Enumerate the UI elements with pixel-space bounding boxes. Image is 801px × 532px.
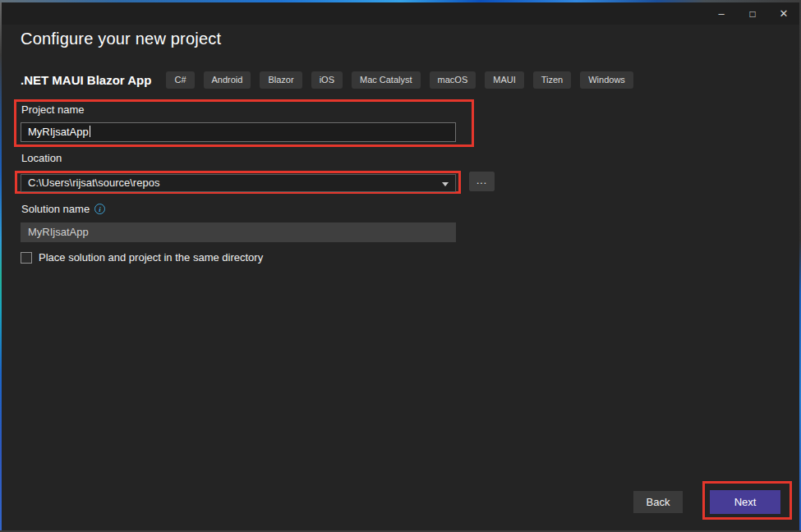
info-icon[interactable]: i <box>94 204 105 214</box>
project-name-input[interactable]: MyRIjsatApp <box>21 122 456 142</box>
same-directory-label: Place solution and project in the same d… <box>39 251 263 264</box>
solution-name-input: MyRIjsatApp <box>21 222 456 242</box>
text-cursor <box>90 126 90 137</box>
platform-tag-windows: Windows <box>580 71 633 89</box>
location-label: Location <box>21 152 62 164</box>
project-name-label: Project name <box>21 103 85 116</box>
configure-project-dialog: – □ ✕ Configure your new project .NET MA… <box>2 2 799 530</box>
solution-name-label: Solution name <box>21 203 90 215</box>
title-bar[interactable]: – □ ✕ <box>2 2 799 25</box>
platform-tag-android: Android <box>204 71 251 89</box>
platform-tag-mac-catalyst: Mac Catalyst <box>352 71 421 89</box>
platform-tag-maui: MAUI <box>485 71 524 89</box>
same-directory-checkbox[interactable] <box>21 252 32 264</box>
close-icon[interactable]: ✕ <box>771 5 796 23</box>
platform-tag-csharp: C# <box>166 71 194 89</box>
solution-name-label-row: Solution name i <box>21 203 105 215</box>
browse-location-button[interactable]: ... <box>469 172 495 191</box>
next-button[interactable]: Next <box>710 490 780 514</box>
project-name-value: MyRIjsatApp <box>28 126 89 138</box>
location-value: C:\Users\rijsat\source\repos <box>28 177 159 189</box>
location-combobox[interactable]: C:\Users\rijsat\source\repos <box>21 174 456 192</box>
back-button[interactable]: Back <box>633 491 683 513</box>
minimize-icon[interactable]: – <box>709 5 734 23</box>
chevron-down-icon[interactable] <box>442 182 449 186</box>
platform-tag-ios: iOS <box>311 71 343 89</box>
platform-tag-macos: macOS <box>430 71 476 89</box>
platform-tag-blazor: Blazor <box>260 71 302 89</box>
maximize-icon[interactable]: □ <box>740 5 765 23</box>
template-name: .NET MAUI Blazor App <box>21 73 151 87</box>
platform-tag-tizen: Tizen <box>533 71 572 89</box>
same-directory-row: Place solution and project in the same d… <box>21 251 263 264</box>
template-info-row: .NET MAUI Blazor App C# Android Blazor i… <box>21 71 633 89</box>
solution-name-value: MyRIjsatApp <box>28 226 89 238</box>
page-title: Configure your new project <box>21 30 221 48</box>
screenshot-frame: – □ ✕ Configure your new project .NET MA… <box>0 0 801 532</box>
